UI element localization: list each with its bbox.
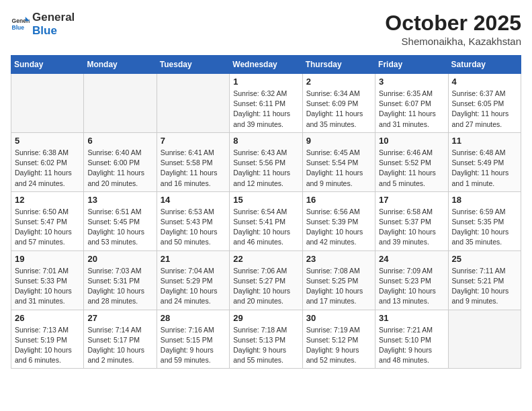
weekday-header-sunday: Sunday: [11, 56, 84, 74]
calendar-cell: 12Sunrise: 6:50 AM Sunset: 5:47 PM Dayli…: [11, 191, 84, 250]
day-info: Sunrise: 7:04 AM Sunset: 5:29 PM Dayligh…: [161, 266, 226, 307]
location-subtitle: Shemonaikha, Kazakhstan: [385, 36, 521, 47]
day-info: Sunrise: 6:50 AM Sunset: 5:47 PM Dayligh…: [15, 207, 80, 248]
calendar-cell: 28Sunrise: 7:16 AM Sunset: 5:15 PM Dayli…: [157, 310, 229, 369]
day-info: Sunrise: 7:11 AM Sunset: 5:21 PM Dayligh…: [452, 266, 517, 307]
calendar-cell: [157, 74, 229, 133]
day-number: 16: [306, 195, 371, 205]
title-block: October 2025 Shemonaikha, Kazakhstan: [385, 11, 521, 47]
calendar-cell: 29Sunrise: 7:18 AM Sunset: 5:13 PM Dayli…: [230, 310, 302, 369]
day-info: Sunrise: 6:48 AM Sunset: 5:49 PM Dayligh…: [452, 148, 517, 189]
calendar-cell: 2Sunrise: 6:34 AM Sunset: 6:09 PM Daylig…: [302, 74, 375, 133]
day-number: 7: [161, 136, 226, 146]
calendar-cell: 13Sunrise: 6:51 AM Sunset: 5:45 PM Dayli…: [84, 191, 157, 250]
day-info: Sunrise: 7:16 AM Sunset: 5:15 PM Dayligh…: [161, 325, 226, 366]
day-number: 30: [306, 313, 371, 323]
calendar-cell: 8Sunrise: 6:43 AM Sunset: 5:56 PM Daylig…: [230, 132, 302, 191]
day-number: 29: [233, 313, 298, 323]
day-info: Sunrise: 6:45 AM Sunset: 5:54 PM Dayligh…: [306, 148, 371, 189]
calendar-cell: 16Sunrise: 6:56 AM Sunset: 5:39 PM Dayli…: [302, 191, 375, 250]
calendar-week-row: 12Sunrise: 6:50 AM Sunset: 5:47 PM Dayli…: [11, 191, 521, 250]
day-info: Sunrise: 6:41 AM Sunset: 5:58 PM Dayligh…: [161, 148, 226, 189]
day-info: Sunrise: 7:06 AM Sunset: 5:27 PM Dayligh…: [233, 266, 298, 307]
logo-general: General: [32, 11, 75, 24]
day-info: Sunrise: 6:43 AM Sunset: 5:56 PM Dayligh…: [233, 148, 298, 189]
calendar-cell: 14Sunrise: 6:53 AM Sunset: 5:43 PM Dayli…: [157, 191, 229, 250]
svg-text:Blue: Blue: [12, 24, 25, 30]
day-number: 2: [306, 77, 371, 87]
page-header: General Blue General Blue October 2025 S…: [11, 11, 521, 47]
day-number: 27: [87, 313, 152, 323]
day-number: 4: [452, 77, 517, 87]
day-number: 17: [379, 195, 444, 205]
calendar-cell: 20Sunrise: 7:03 AM Sunset: 5:31 PM Dayli…: [84, 250, 157, 310]
day-number: 28: [161, 313, 226, 323]
day-number: 15: [233, 195, 298, 205]
day-info: Sunrise: 7:21 AM Sunset: 5:10 PM Dayligh…: [379, 325, 444, 366]
day-number: 13: [87, 195, 152, 205]
day-number: 9: [306, 136, 371, 146]
calendar-cell: 19Sunrise: 7:01 AM Sunset: 5:33 PM Dayli…: [11, 250, 84, 310]
day-info: Sunrise: 6:46 AM Sunset: 5:52 PM Dayligh…: [379, 148, 444, 189]
day-number: 26: [15, 313, 80, 323]
weekday-header-wednesday: Wednesday: [230, 56, 302, 74]
day-info: Sunrise: 7:18 AM Sunset: 5:13 PM Dayligh…: [233, 325, 298, 366]
day-number: 6: [87, 136, 152, 146]
day-info: Sunrise: 6:53 AM Sunset: 5:43 PM Dayligh…: [161, 207, 226, 248]
calendar-cell: 18Sunrise: 6:59 AM Sunset: 5:35 PM Dayli…: [448, 191, 521, 250]
day-info: Sunrise: 6:35 AM Sunset: 6:07 PM Dayligh…: [379, 89, 444, 130]
calendar-cell: 10Sunrise: 6:46 AM Sunset: 5:52 PM Dayli…: [375, 132, 448, 191]
day-info: Sunrise: 6:37 AM Sunset: 6:05 PM Dayligh…: [452, 89, 517, 130]
day-number: 19: [15, 254, 80, 264]
calendar-week-row: 19Sunrise: 7:01 AM Sunset: 5:33 PM Dayli…: [11, 250, 521, 310]
weekday-header-row: SundayMondayTuesdayWednesdayThursdayFrid…: [11, 56, 521, 74]
calendar-cell: 17Sunrise: 6:58 AM Sunset: 5:37 PM Dayli…: [375, 191, 448, 250]
day-number: 31: [379, 313, 444, 323]
day-info: Sunrise: 6:59 AM Sunset: 5:35 PM Dayligh…: [452, 207, 517, 248]
day-info: Sunrise: 7:03 AM Sunset: 5:31 PM Dayligh…: [87, 266, 152, 307]
calendar-week-row: 1Sunrise: 6:32 AM Sunset: 6:11 PM Daylig…: [11, 74, 521, 133]
calendar-cell: 7Sunrise: 6:41 AM Sunset: 5:58 PM Daylig…: [157, 132, 229, 191]
day-number: 10: [379, 136, 444, 146]
logo-icon: General Blue: [11, 15, 30, 34]
calendar-cell: 6Sunrise: 6:40 AM Sunset: 6:00 PM Daylig…: [84, 132, 157, 191]
day-number: 8: [233, 136, 298, 146]
weekday-header-friday: Friday: [375, 56, 448, 74]
weekday-header-monday: Monday: [84, 56, 157, 74]
calendar-cell: 26Sunrise: 7:13 AM Sunset: 5:19 PM Dayli…: [11, 310, 84, 369]
day-info: Sunrise: 7:14 AM Sunset: 5:17 PM Dayligh…: [87, 325, 152, 366]
logo-blue: Blue: [32, 24, 75, 38]
day-info: Sunrise: 6:32 AM Sunset: 6:11 PM Dayligh…: [233, 89, 298, 130]
weekday-header-saturday: Saturday: [448, 56, 521, 74]
day-number: 3: [379, 77, 444, 87]
day-number: 23: [306, 254, 371, 264]
calendar-cell: 31Sunrise: 7:21 AM Sunset: 5:10 PM Dayli…: [375, 310, 448, 369]
weekday-header-thursday: Thursday: [302, 56, 375, 74]
day-number: 5: [15, 136, 80, 146]
day-info: Sunrise: 7:13 AM Sunset: 5:19 PM Dayligh…: [15, 325, 80, 366]
day-info: Sunrise: 6:54 AM Sunset: 5:41 PM Dayligh…: [233, 207, 298, 248]
day-info: Sunrise: 7:19 AM Sunset: 5:12 PM Dayligh…: [306, 325, 371, 366]
calendar-cell: 1Sunrise: 6:32 AM Sunset: 6:11 PM Daylig…: [230, 74, 302, 133]
day-info: Sunrise: 6:58 AM Sunset: 5:37 PM Dayligh…: [379, 207, 444, 248]
day-info: Sunrise: 6:40 AM Sunset: 6:00 PM Dayligh…: [87, 148, 152, 189]
day-info: Sunrise: 7:09 AM Sunset: 5:23 PM Dayligh…: [379, 266, 444, 307]
day-info: Sunrise: 7:08 AM Sunset: 5:25 PM Dayligh…: [306, 266, 371, 307]
day-info: Sunrise: 6:51 AM Sunset: 5:45 PM Dayligh…: [87, 207, 152, 248]
day-info: Sunrise: 6:38 AM Sunset: 6:02 PM Dayligh…: [15, 148, 80, 189]
day-number: 21: [161, 254, 226, 264]
day-number: 20: [87, 254, 152, 264]
day-number: 14: [161, 195, 226, 205]
logo: General Blue General Blue: [11, 11, 75, 37]
calendar-cell: 23Sunrise: 7:08 AM Sunset: 5:25 PM Dayli…: [302, 250, 375, 310]
calendar-cell: [84, 74, 157, 133]
calendar-cell: 11Sunrise: 6:48 AM Sunset: 5:49 PM Dayli…: [448, 132, 521, 191]
day-number: 18: [452, 195, 517, 205]
calendar-cell: 27Sunrise: 7:14 AM Sunset: 5:17 PM Dayli…: [84, 310, 157, 369]
calendar-cell: 5Sunrise: 6:38 AM Sunset: 6:02 PM Daylig…: [11, 132, 84, 191]
month-year-title: October 2025: [385, 11, 521, 36]
day-number: 11: [452, 136, 517, 146]
calendar-cell: [448, 310, 521, 369]
calendar-cell: 30Sunrise: 7:19 AM Sunset: 5:12 PM Dayli…: [302, 310, 375, 369]
day-number: 1: [233, 77, 298, 87]
